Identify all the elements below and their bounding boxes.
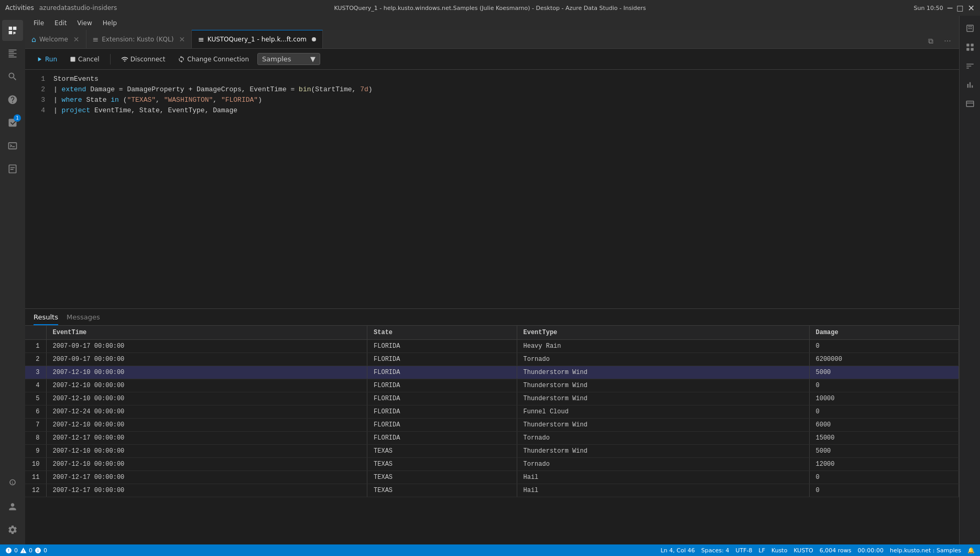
table-row: 42007-12-10 00:00:00FLORIDAThunderstorm …: [25, 379, 959, 392]
state-cell: FLORIDA: [367, 419, 517, 432]
status-spaces[interactable]: Spaces: 4: [701, 547, 729, 554]
menu-help[interactable]: Help: [99, 18, 121, 28]
right-panel-icon-5[interactable]: [962, 95, 978, 112]
sidebar-item-notebooks[interactable]: [2, 158, 23, 179]
code-line-1: StormEvents: [51, 74, 959, 84]
table-row: 12007-09-17 00:00:00FLORIDAHeavy Rain0: [25, 340, 959, 353]
sidebar-item-help[interactable]: [2, 89, 23, 110]
event-time-cell: 2007-12-10 00:00:00: [46, 445, 367, 458]
sidebar-item-search[interactable]: [2, 66, 23, 87]
status-notifications[interactable]: 🔔: [967, 547, 975, 554]
tab-welcome-close[interactable]: ✕: [73, 35, 80, 44]
menu-view[interactable]: View: [73, 18, 96, 28]
status-line-ending[interactable]: LF: [759, 547, 765, 554]
sidebar-item-extensions[interactable]: [2, 20, 23, 41]
event-type-cell: Hail: [517, 471, 809, 484]
status-schema[interactable]: KUSTO: [793, 547, 813, 554]
maximize-btn[interactable]: □: [956, 4, 963, 12]
status-encoding[interactable]: UTF-8: [735, 547, 752, 554]
table-row: 112007-12-17 00:00:00TEXASHail0: [25, 471, 959, 484]
state-cell: FLORIDA: [367, 405, 517, 419]
svg-rect-4: [971, 48, 973, 51]
table-row: 92007-12-10 00:00:00TEXASThunderstorm Wi…: [25, 445, 959, 458]
data-table: EventTime State EventType Damage 12007-0…: [25, 326, 959, 497]
event-time-cell: 2007-12-10 00:00:00: [46, 458, 367, 471]
event-type-cell: Tornado: [517, 353, 809, 366]
row-num-cell: 6: [25, 405, 46, 419]
code-content[interactable]: StormEvents | extend Damage = DamageProp…: [51, 70, 959, 308]
menu-file[interactable]: File: [29, 18, 48, 28]
event-time-cell: 2007-12-24 00:00:00: [46, 405, 367, 419]
tab-kusto-query-icon: ≡: [198, 35, 204, 44]
sidebar-item-git[interactable]: [2, 473, 23, 494]
tab-kusto-ext[interactable]: ≡ Extension: Kusto (KQL) ✕: [86, 30, 192, 48]
table-row: 122007-12-17 00:00:00TEXASHail0: [25, 484, 959, 497]
sidebar-item-connections[interactable]: 1: [2, 112, 23, 133]
right-panel-icon-2[interactable]: [962, 39, 978, 56]
run-button[interactable]: Run: [31, 54, 61, 65]
disconnect-button[interactable]: Disconnect: [117, 54, 170, 65]
row-num-cell: 7: [25, 419, 46, 432]
activity-bar: 1: [0, 16, 25, 544]
status-language[interactable]: Kusto: [771, 547, 787, 554]
sidebar-item-account[interactable]: [2, 496, 23, 517]
table-header-row: EventTime State EventType Damage: [25, 326, 959, 340]
sidebar-item-explorer[interactable]: [2, 43, 23, 64]
state-cell: FLORIDA: [367, 432, 517, 445]
damage-cell: 6200000: [809, 353, 959, 366]
database-value: Samples: [262, 55, 291, 63]
results-content[interactable]: EventTime State EventType Damage 12007-0…: [25, 326, 959, 544]
event-type-cell: Thunderstorm Wind: [517, 392, 809, 405]
event-type-cell: Thunderstorm Wind: [517, 419, 809, 432]
app-body: 1 File Edit View Help: [0, 16, 980, 544]
event-time-cell: 2007-12-10 00:00:00: [46, 419, 367, 432]
state-cell: FLORIDA: [367, 340, 517, 353]
status-position[interactable]: Ln 4, Col 46: [660, 547, 695, 554]
results-tabs: Results Messages: [25, 309, 959, 326]
activities-label[interactable]: Activities: [5, 4, 34, 12]
right-panel-icon-1[interactable]: [962, 20, 978, 37]
table-row: 102007-12-10 00:00:00TEXASTornado12000: [25, 458, 959, 471]
svg-rect-0: [71, 57, 75, 61]
close-btn[interactable]: ✕: [968, 3, 975, 13]
menu-edit[interactable]: Edit: [50, 18, 71, 28]
damage-cell: 6000: [809, 419, 959, 432]
sidebar-item-terminal[interactable]: [2, 135, 23, 156]
row-num-cell: 9: [25, 445, 46, 458]
status-rows: 6,004 rows: [820, 547, 852, 554]
tab-messages[interactable]: Messages: [67, 310, 100, 325]
cancel-label: Cancel: [78, 56, 100, 63]
tab-kusto-ext-close[interactable]: ✕: [179, 35, 185, 44]
status-server[interactable]: help.kusto.net : Samples: [890, 547, 961, 554]
table-row: 62007-12-24 00:00:00FLORIDAFunnel Cloud0: [25, 405, 959, 419]
damage-cell: 5000: [809, 366, 959, 379]
right-panel-icon-3[interactable]: [962, 58, 978, 74]
tab-welcome-label: Welcome: [39, 36, 68, 43]
title-bar-right: Sun 10:50 ─ □ ✕: [914, 3, 975, 13]
tab-kusto-query[interactable]: ≡ KUSTOQuery_1 - help.k...ft.com: [192, 30, 323, 48]
line-numbers: 1 2 3 4: [25, 70, 51, 308]
split-editor-btn[interactable]: ⧉: [923, 34, 938, 48]
warning-count: 0: [29, 547, 32, 554]
more-tabs-btn[interactable]: ···: [940, 34, 955, 48]
sidebar-item-settings[interactable]: [2, 519, 23, 540]
database-selector[interactable]: Samples ▼: [257, 53, 320, 65]
toolbar-divider-1: [110, 54, 111, 65]
status-errors[interactable]: 0 0 0: [5, 547, 47, 554]
col-eventtime-header: EventTime: [46, 326, 367, 340]
row-num-cell: 2: [25, 353, 46, 366]
damage-cell: 0: [809, 379, 959, 392]
event-time-cell: 2007-09-17 00:00:00: [46, 340, 367, 353]
state-cell: TEXAS: [367, 445, 517, 458]
main-content: File Edit View Help ⌂ Welcome ✕ ≡ Extens…: [25, 16, 959, 544]
tab-results[interactable]: Results: [34, 310, 58, 325]
code-line-2: | extend Damage = DamageProperty + Damag…: [51, 84, 959, 95]
tab-welcome[interactable]: ⌂ Welcome ✕: [25, 30, 86, 48]
change-connection-button[interactable]: Change Connection: [173, 54, 253, 65]
state-cell: TEXAS: [367, 458, 517, 471]
tab-bar: ⌂ Welcome ✕ ≡ Extension: Kusto (KQL) ✕ ≡…: [25, 30, 959, 49]
damage-cell: 0: [809, 484, 959, 497]
cancel-button[interactable]: Cancel: [66, 54, 104, 65]
right-panel-icon-4[interactable]: [962, 77, 978, 93]
minimize-btn[interactable]: ─: [948, 3, 953, 13]
